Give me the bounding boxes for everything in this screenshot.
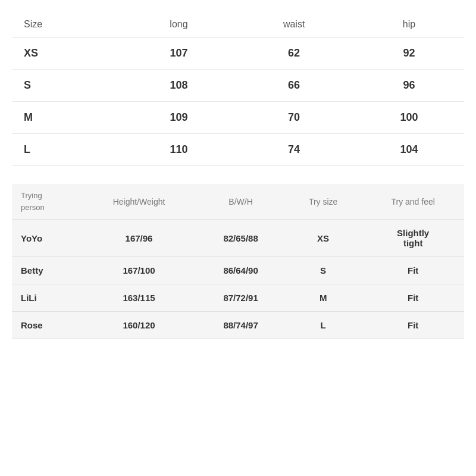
waist-cell: 66 [234, 70, 354, 102]
hw-cell: 167/96 [81, 220, 197, 257]
waist-cell: 62 [234, 37, 354, 70]
try-header-feel: Try and feel [362, 184, 464, 220]
long-cell: 107 [124, 37, 234, 70]
try-table-container: Tryingperson Height/Weight B/W/H Try siz… [12, 184, 464, 339]
try-header-bwh: B/W/H [197, 184, 284, 220]
size-cell: S [12, 70, 124, 102]
long-cell: 108 [124, 70, 234, 102]
bwh-cell: 87/72/91 [197, 284, 284, 312]
table-row: Rose 160/120 88/74/97 L Fit [12, 312, 464, 339]
try-header-size: Try size [284, 184, 362, 220]
size-table-container: Size long waist hip XS 107 62 92 S 108 6… [12, 12, 464, 166]
person-cell: Betty [12, 257, 81, 284]
hw-cell: 163/115 [81, 284, 197, 312]
table-row: Betty 167/100 86/64/90 S Fit [12, 257, 464, 284]
size-cell: XS [284, 220, 362, 257]
size-cell: M [284, 284, 362, 312]
table-row: YoYo 167/96 82/65/88 XS Slightlytight [12, 220, 464, 257]
col-header-hip: hip [354, 12, 464, 37]
feel-cell: Fit [362, 257, 464, 284]
hip-cell: 104 [354, 134, 464, 166]
long-cell: 109 [124, 102, 234, 134]
col-header-long: long [124, 12, 234, 37]
bwh-cell: 82/65/88 [197, 220, 284, 257]
hw-cell: 160/120 [81, 312, 197, 339]
try-table: Tryingperson Height/Weight B/W/H Try siz… [12, 184, 464, 339]
try-header-hw: Height/Weight [81, 184, 197, 220]
bwh-cell: 88/74/97 [197, 312, 284, 339]
feel-cell: Slightlytight [362, 220, 464, 257]
size-cell: L [12, 134, 124, 166]
long-cell: 110 [124, 134, 234, 166]
waist-cell: 70 [234, 102, 354, 134]
feel-cell: Fit [362, 284, 464, 312]
hip-cell: 92 [354, 37, 464, 70]
table-row: XS 107 62 92 [12, 37, 464, 70]
size-cell: S [284, 257, 362, 284]
size-table: Size long waist hip XS 107 62 92 S 108 6… [12, 12, 464, 166]
table-row: LiLi 163/115 87/72/91 M Fit [12, 284, 464, 312]
table-row: L 110 74 104 [12, 134, 464, 166]
try-header-person: Tryingperson [12, 184, 81, 220]
feel-cell: Fit [362, 312, 464, 339]
person-cell: Rose [12, 312, 81, 339]
table-row: M 109 70 100 [12, 102, 464, 134]
table-row: S 108 66 96 [12, 70, 464, 102]
col-header-size: Size [12, 12, 124, 37]
bwh-cell: 86/64/90 [197, 257, 284, 284]
col-header-waist: waist [234, 12, 354, 37]
waist-cell: 74 [234, 134, 354, 166]
hip-cell: 96 [354, 70, 464, 102]
hw-cell: 167/100 [81, 257, 197, 284]
hip-cell: 100 [354, 102, 464, 134]
size-cell: L [284, 312, 362, 339]
person-cell: YoYo [12, 220, 81, 257]
size-cell: M [12, 102, 124, 134]
person-cell: LiLi [12, 284, 81, 312]
size-cell: XS [12, 37, 124, 70]
